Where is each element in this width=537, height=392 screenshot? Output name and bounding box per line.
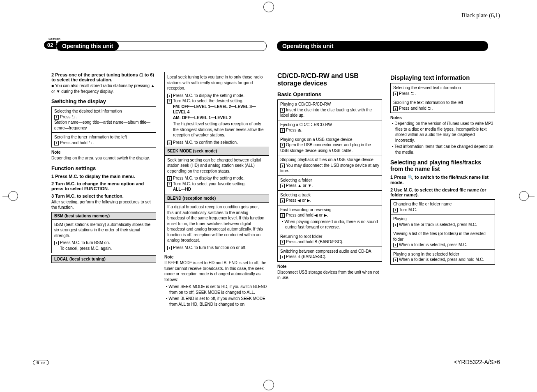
step-2-note: ■ You can also recall stored radio stati… xyxy=(51,83,156,94)
op-title: Returning to root folder xyxy=(280,234,379,240)
op-step: 1Press and hold B (BAND/ESC). xyxy=(280,239,379,245)
op-bullet: • When playing compressed audio, there i… xyxy=(280,219,379,230)
chapter-title-left: Operating this unit xyxy=(56,42,119,51)
op-title: Stopping playback of files on a USB stor… xyxy=(280,157,379,163)
name-list-box: Changing the file or folder name 1Turn M… xyxy=(390,199,495,265)
op-step: 1Open the USB connector cover and plug i… xyxy=(280,142,379,153)
fs-step3: 3 Turn M.C. to select the function. xyxy=(51,194,156,198)
notes-bullet1: • Depending on the version of iTunes use… xyxy=(390,121,495,143)
op-step: 1You may disconnect the USB storage devi… xyxy=(280,163,379,174)
op-title: Selecting a track xyxy=(280,192,379,198)
displaying-text-box: Selecting the desired text information 1… xyxy=(390,83,495,113)
local-para2: The highest level setting allows recepti… xyxy=(167,121,266,138)
op-step: 1Press and hold ◀ or ▶. xyxy=(280,212,379,218)
notes-heading: Notes xyxy=(390,115,495,120)
page-lang: En xyxy=(41,361,45,365)
op-title: Playing songs on a USB storage device xyxy=(280,137,379,143)
op-step: 1Press ▲ or ▼. xyxy=(280,183,379,189)
section-number: 02 xyxy=(44,41,56,49)
nl-title: Viewing a list of the files (or folders)… xyxy=(393,231,492,242)
op-title: Playing a CD/CD-R/CD-RW xyxy=(280,101,379,107)
page-number: 6 xyxy=(37,360,39,365)
box-line: Scrolling the text information to the le… xyxy=(393,100,492,106)
chapter-bar-left: Operating this unit xyxy=(55,41,267,51)
local-para: Local seek tuning lets you tune in to on… xyxy=(167,74,266,91)
crop-mark-right xyxy=(519,191,535,201)
note-heading: Note xyxy=(277,264,382,269)
crop-mark-left xyxy=(2,191,18,201)
local-am: AM: OFF—LEVEL 1—LEVEL 2 xyxy=(167,115,266,121)
basic-ops-heading: Basic Operations xyxy=(277,91,382,97)
blackplate-label: Black plate (6,1) xyxy=(461,12,500,19)
page-footer: 6 En xyxy=(33,360,49,365)
column-2: Local seek tuning lets you tune in to on… xyxy=(164,70,269,308)
nl-title: Changing the file or folder name xyxy=(393,201,492,207)
nl-step: 1When a folder is selected, press and ho… xyxy=(393,257,492,263)
note-heading: Note xyxy=(51,150,156,154)
op-step: 1Press ◀ or ▶. xyxy=(280,198,379,203)
nl-step: 1When a file or track is selected, press… xyxy=(393,222,492,228)
op-step: 1Press B (BAND/ESC). xyxy=(280,254,379,260)
nl-step: 1Turn M.C. xyxy=(393,207,492,213)
local-box: Local seek tuning lets you tune in to on… xyxy=(164,72,269,252)
displaying-text-heading: Displaying text information xyxy=(390,74,495,81)
box-line: Selecting the desired text information xyxy=(54,108,153,114)
blend-header: BLEND (reception mode) xyxy=(165,194,269,203)
local-header: LOCAL (local seek tuning) xyxy=(51,255,156,263)
op-step: 1Insert the disc into the disc loading s… xyxy=(280,107,379,118)
local-step1: 1Press M.C. to display the setting mode. xyxy=(167,93,266,99)
op-step: 1Press ⏏. xyxy=(280,127,379,133)
local-step2: 2Turn M.C. to select the desired setting… xyxy=(167,98,266,104)
column-4: Displaying text information Selecting th… xyxy=(390,70,495,308)
function-settings-heading: Function settings xyxy=(51,165,156,171)
bsm-para: BSM (best stations memory) automatically… xyxy=(54,222,153,239)
local-fm: FM: OFF—LEVEL 1—LEVEL 2—LEVEL 3—LEVEL 4 xyxy=(167,104,266,115)
doc-code: <YRD5322-A/S>6 xyxy=(454,359,500,365)
blend-step1: 1Press M.C. to turn this function on or … xyxy=(167,245,266,251)
local-step3: 3Press M.C. to confirm the selection. xyxy=(167,140,266,145)
bsm-step2: To cancel, press M.C. again. xyxy=(54,246,153,251)
sp-step2: 2 Use M.C. to select the desired file na… xyxy=(390,187,495,197)
basic-ops-box: Playing a CD/CD-R/CD-RW 1Insert the disc… xyxy=(277,99,382,262)
op-title: Fast forwarding or reversing xyxy=(280,207,379,213)
box-line: Scrolling the tuner information to the l… xyxy=(54,134,153,140)
note-bullet2: • When BLEND is set to off, if you switc… xyxy=(164,296,269,307)
op-title: Switching between compressed audio and C… xyxy=(280,249,379,254)
bsm-box: BSM (best stations memory) automatically… xyxy=(51,219,156,254)
column-1: 2 Press one of the preset tuning buttons… xyxy=(51,70,156,308)
column-3: CD/CD-R/CD-RW and USB storage devices Ba… xyxy=(277,70,382,308)
chapter-title-right: Operating this unit xyxy=(282,43,333,49)
fs-step1: 1 Press M.C. to display the main menu. xyxy=(51,174,156,179)
note-text: Disconnect USB storage devices from the … xyxy=(277,270,382,281)
seek-para: Seek tuning setting can be changed betwe… xyxy=(167,157,266,174)
chapter-bar-right: Operating this unit xyxy=(277,41,488,51)
switching-display-box: Selecting the desired text information 1… xyxy=(51,106,156,148)
notes-bullet2: • Text information items that can be cha… xyxy=(390,144,495,155)
cd-usb-heading: CD/CD-R/CD-RW and USB storage devices xyxy=(277,72,382,87)
nl-title: Playing a song in the selected folder xyxy=(393,251,492,257)
selecting-playing-heading: Selecting and playing files/tracks from … xyxy=(390,159,495,172)
box-line: 1Press and hold ⮌. xyxy=(393,106,492,111)
note-bullet1: • When SEEK MODE is set to HD, if you sw… xyxy=(164,284,269,295)
box-line: Station name—song title—artist name—albu… xyxy=(54,120,153,131)
step-2-preset: 2 Press one of the preset tuning buttons… xyxy=(51,72,156,82)
nl-step: 1When a folder is selected, press M.C. xyxy=(393,242,492,248)
switching-display-heading: Switching the display xyxy=(51,98,156,104)
seek-step1: 1Press M.C. to display the setting mode. xyxy=(167,175,266,181)
blend-para: If a digital broadcast reception conditi… xyxy=(167,204,266,243)
box-line: 1Press ⮌. xyxy=(54,114,153,120)
seek-step2: 2Turn M.C. to select your favorite setti… xyxy=(167,181,266,187)
fs-step2: 2 Turn M.C. to change the menu option an… xyxy=(51,181,156,191)
op-title: Ejecting a CD/CD-R/CD-RW xyxy=(280,122,379,128)
note-para1: If SEEK MODE is set to HD and BLEND is s… xyxy=(164,260,269,282)
bsm-header: BSM (best stations memory) xyxy=(51,212,156,220)
box-line: 1Press and hold ⮌. xyxy=(54,140,153,146)
section-label: Section xyxy=(48,37,60,41)
seek-opt: ALL—HD xyxy=(167,187,266,192)
seekmode-header: SEEK MODE (seek mode) xyxy=(165,147,269,156)
fs-step3-para: After selecting, perform the following p… xyxy=(51,199,156,210)
op-title: Selecting a folder xyxy=(280,178,379,183)
bsm-step1: 1Press M.C. to turn BSM on. xyxy=(54,240,153,246)
note-text: Depending on the area, you cannot switch… xyxy=(51,155,156,161)
nl-title: Playing xyxy=(393,216,492,222)
